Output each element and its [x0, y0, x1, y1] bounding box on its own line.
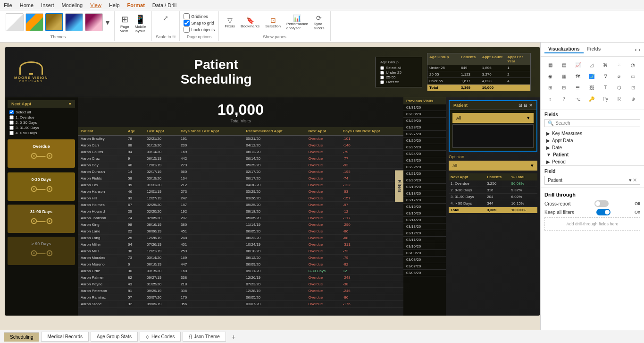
viz-card[interactable]: ▭ — [627, 71, 639, 81]
viz-filledmap[interactable]: 🗾 — [586, 71, 597, 81]
prev-visit-item[interactable]: 03/10/20 — [403, 243, 446, 250]
tab-json-theme[interactable]: {} Json Theme — [183, 332, 226, 342]
filter-3190[interactable]: 3. 31-90 Days — [9, 126, 73, 130]
themes-expand[interactable]: ▾ — [105, 17, 110, 28]
prev-visit-item[interactable]: 03/23/20 — [403, 157, 446, 164]
field-select-clear[interactable]: ✕ — [633, 177, 637, 183]
viz-donut[interactable]: ◉ — [544, 71, 556, 81]
age-over55[interactable]: Over 55 — [380, 80, 417, 84]
keep-filters-toggle[interactable] — [596, 209, 611, 215]
fields-key-measures[interactable]: ▶ Key Measures — [544, 130, 640, 137]
prev-visit-item[interactable]: 03/30/20 — [403, 111, 446, 118]
viz-image[interactable]: 🖼 — [586, 82, 597, 93]
gridlines-check[interactable]: Gridlines — [184, 13, 215, 19]
tab-scheduling[interactable]: Scheduling — [4, 332, 39, 342]
bookmarks-btn[interactable]: 🔖 Bookmarks — [239, 16, 261, 29]
prev-visit-item[interactable]: 03/19/20 — [403, 184, 446, 190]
age-select-all[interactable]: Select all — [380, 66, 417, 70]
tab-medical-records[interactable]: Medical Records — [41, 332, 88, 342]
viz-pie[interactable]: ◔ — [627, 60, 639, 70]
viz-python[interactable]: Py — [600, 94, 611, 104]
sync-slicers-btn[interactable]: ⟳ Syncslicers — [312, 13, 326, 31]
theme-1[interactable] — [6, 13, 24, 31]
prev-visit-item[interactable]: 03/26/20 — [403, 137, 446, 144]
drillthrough-drop-zone[interactable]: Add drill-through fields here — [544, 217, 640, 231]
viz-scatter[interactable]: ⁙ — [613, 60, 625, 70]
prev-visit-item[interactable]: 03/13/20 — [403, 223, 446, 230]
prev-visit-item[interactable]: 03/29/20 — [403, 118, 446, 124]
viz-waterfall[interactable]: ↕ — [544, 94, 556, 104]
viz-ribbon[interactable]: ⌘ — [600, 60, 611, 70]
viz-custom[interactable]: ⊕ — [627, 94, 639, 104]
prev-visit-item[interactable]: 03/21/20 — [403, 171, 446, 177]
tab-hex-codes[interactable]: ◇ Hex Codes — [140, 332, 181, 342]
theme-4[interactable] — [65, 13, 83, 31]
add-tab-button[interactable]: + — [228, 331, 239, 343]
lock-check[interactable]: Lock objects — [184, 26, 215, 33]
fields-date[interactable]: ▶ Date — [544, 144, 640, 151]
filters-side-tab[interactable]: Filters — [395, 170, 403, 202]
prev-visit-item[interactable]: 03/28/20 — [403, 124, 446, 131]
filter-overdue[interactable]: 1. Overdue — [9, 115, 73, 120]
patient-table-container[interactable]: Patient Age Last Appt Days Since Last Ap… — [78, 127, 403, 316]
filter-select-all[interactable]: Select all — [9, 110, 73, 114]
cross-report-toggle[interactable] — [594, 200, 609, 207]
prev-visit-item[interactable]: 03/14/20 — [403, 217, 446, 223]
prev-visit-item[interactable]: 03/09/20 — [403, 250, 446, 257]
prev-visit-item[interactable]: 03/16/20 — [403, 204, 446, 210]
card-3190[interactable]: 31-90 Days ⊙—⊙ — [8, 205, 75, 233]
performance-btn[interactable]: 📊 Performanceanalyzer — [284, 13, 310, 31]
snap-check[interactable]: Snap to grid — [184, 20, 215, 26]
viz-r[interactable]: R — [613, 94, 625, 104]
panel-forward[interactable]: › — [638, 47, 640, 52]
prev-visit-item[interactable]: 03/24/20 — [403, 151, 446, 157]
menu-view[interactable]: View — [90, 2, 101, 8]
page-view-btn[interactable]: ⊞ Pageview — [118, 13, 131, 34]
viz-qna[interactable]: ? — [558, 94, 569, 104]
modal-ctrl-3[interactable]: ✕ — [529, 103, 533, 108]
viz-matrix[interactable]: ⊟ — [558, 82, 569, 93]
prev-visit-item[interactable]: 03/06/20 — [403, 270, 446, 276]
viz-gauge[interactable]: ⌀ — [613, 71, 625, 81]
filter-030[interactable]: 2. 0-30 Days — [9, 120, 73, 125]
theme-3[interactable] — [45, 13, 63, 31]
prev-visit-item[interactable]: 03/07/20 — [403, 263, 446, 270]
modal-ctrl-1[interactable]: ⊡ — [519, 103, 522, 108]
patient-select-dropdown[interactable]: All ▾ — [452, 113, 534, 123]
prev-visit-item[interactable]: 03/17/20 — [403, 197, 446, 204]
prev-visit-item[interactable]: 03/25/20 — [403, 144, 446, 151]
menu-data-drill[interactable]: Data / Drill — [152, 2, 176, 8]
viz-table[interactable]: ⊞ — [544, 82, 556, 93]
field-select-dropdown[interactable]: ▾ — [629, 177, 632, 183]
modal-ctrl-2[interactable]: ⊟ — [524, 103, 527, 108]
menu-modeling[interactable]: Modeling — [62, 2, 83, 8]
menu-help[interactable]: Help — [109, 2, 120, 8]
viz-bar2[interactable]: ▤ — [558, 60, 569, 70]
fields-search-box[interactable]: 🔍 — [544, 119, 640, 127]
viz-treemap[interactable]: ▦ — [558, 71, 569, 81]
tab-age-group-stats[interactable]: Age Group Stats — [91, 332, 138, 342]
viz-key-inf[interactable]: 🔑 — [586, 94, 597, 104]
theme-2[interactable] — [25, 13, 43, 31]
mobile-layout-btn[interactable]: 📱 Mobilelayout — [133, 13, 148, 34]
menu-file[interactable]: File — [4, 2, 12, 8]
fields-patient[interactable]: ▼ Patient — [544, 151, 640, 158]
fields-search-input[interactable] — [555, 120, 637, 126]
panel-back[interactable]: ‹ — [635, 47, 637, 52]
viz-funnel[interactable]: ⊽ — [600, 71, 611, 81]
age-under25[interactable]: Under 25 — [380, 70, 417, 75]
prev-visit-item[interactable]: 03/08/20 — [403, 257, 446, 263]
prev-visit-item[interactable]: 03/15/20 — [403, 210, 446, 217]
viz-map[interactable]: 🗺 — [572, 71, 584, 81]
filter-90plus[interactable]: 4. > 90 Days — [9, 131, 73, 135]
fields-period[interactable]: ▶ Period — [544, 158, 640, 165]
viz-shape[interactable]: ⬡ — [613, 82, 625, 93]
next-appt-dropdown-icon[interactable]: ▾ — [69, 102, 71, 106]
card-overdue[interactable]: Overdue ⊙—⊙ — [8, 139, 75, 168]
card-030[interactable]: 0-30 Days ⊙—⊙ — [8, 172, 75, 201]
viz-decomp[interactable]: ⌥ — [572, 94, 584, 104]
prev-visit-item[interactable]: 03/18/20 — [403, 190, 446, 197]
prev-visit-item[interactable]: 03/20/20 — [403, 177, 446, 184]
prev-visit-item[interactable]: 03/11/20 — [403, 237, 446, 243]
theme-5[interactable] — [85, 13, 103, 31]
